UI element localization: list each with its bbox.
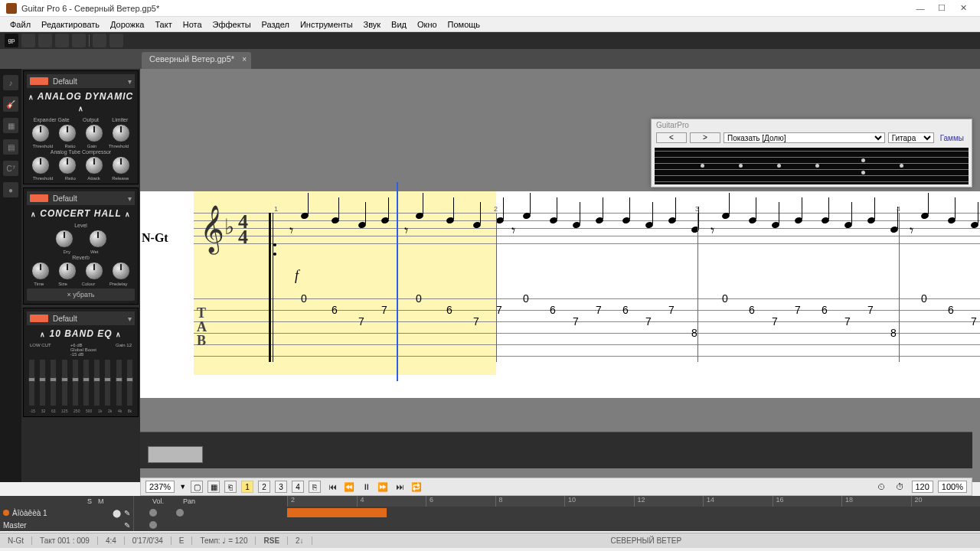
countdown-icon[interactable]: ⏱ <box>893 480 907 494</box>
attack-knob[interactable] <box>85 156 103 174</box>
skip-start-button[interactable]: ⏮ <box>325 480 339 494</box>
open-button[interactable] <box>38 34 52 47</box>
wet-knob[interactable] <box>89 230 107 248</box>
eq-fader[interactable] <box>40 360 45 406</box>
menu-Вид[interactable]: Вид <box>386 18 412 31</box>
close-tab-icon[interactable]: × <box>242 55 247 64</box>
tab-number[interactable]: 6 <box>948 304 954 316</box>
eq-fader[interactable] <box>94 360 100 406</box>
menu-Раздел[interactable]: Раздел <box>256 18 295 31</box>
fx-power-toggle[interactable] <box>30 194 48 202</box>
remove-fx-button[interactable]: × убрать <box>27 289 135 301</box>
view-mode-2[interactable]: ▦ <box>207 481 220 493</box>
tab-number[interactable]: 7 <box>867 304 874 316</box>
page-2[interactable]: 2 <box>258 481 270 493</box>
tab-number[interactable]: 6 <box>446 304 452 316</box>
eq-fader[interactable] <box>116 360 122 406</box>
page-1[interactable]: 1 <box>241 481 253 493</box>
document-tab[interactable]: Северный Ветер.gp5* × <box>142 52 251 69</box>
metronome-icon[interactable]: ⏲ <box>875 480 889 494</box>
tempo-spin[interactable]: 120 <box>912 481 933 493</box>
eq-fader[interactable] <box>83 360 89 406</box>
fret-prev-button[interactable]: < <box>656 132 687 143</box>
tab-number[interactable]: 6 <box>550 304 556 316</box>
release-knob[interactable] <box>112 156 130 174</box>
tab-number[interactable]: 0 <box>416 292 422 305</box>
eq-fader[interactable] <box>29 360 34 406</box>
tab-number[interactable]: 6 <box>822 304 828 316</box>
predelay-knob[interactable] <box>112 262 130 280</box>
tab-number[interactable]: 7 <box>668 304 675 316</box>
chevron-down-icon[interactable]: ▾ <box>128 194 132 203</box>
eq-fader[interactable] <box>62 360 67 406</box>
fretboard-neck[interactable] <box>655 148 969 184</box>
menu-Редактировать[interactable]: Редактировать <box>36 18 105 31</box>
track-overview[interactable] <box>140 432 972 468</box>
dry-knob[interactable] <box>55 230 74 248</box>
fret-show-dropdown[interactable]: Показать [Долю] <box>724 132 885 143</box>
tab-number[interactable]: 0 <box>523 292 529 305</box>
tab-number[interactable]: 7 <box>844 315 851 328</box>
menu-Помощь[interactable]: Помощь <box>443 18 486 31</box>
eq-fader[interactable] <box>51 360 56 406</box>
track-row[interactable]: Àîòàêèà 1⬤✎ <box>0 507 133 519</box>
fx-power-toggle[interactable] <box>30 77 48 85</box>
tab-number[interactable]: 8 <box>890 327 897 339</box>
undo-button[interactable] <box>93 34 106 47</box>
menu-Файл[interactable]: Файл <box>5 18 36 31</box>
master-volume-knob[interactable] <box>149 521 157 529</box>
fret-instrument-dropdown[interactable]: Гитара <box>888 132 934 143</box>
zoom-pct[interactable]: 100% <box>938 481 967 493</box>
tab-number[interactable]: 7 <box>795 304 801 316</box>
menu-Звук[interactable]: Звук <box>358 18 387 31</box>
menu-Такт[interactable]: Такт <box>149 18 177 31</box>
pan-knob[interactable] <box>176 509 184 517</box>
print-button[interactable] <box>72 34 86 47</box>
tab-number[interactable]: 8 <box>691 327 697 339</box>
limiter-threshold-knob[interactable] <box>112 124 130 142</box>
tab-number[interactable]: 7 <box>381 304 387 316</box>
page-4[interactable]: 4 <box>292 481 304 493</box>
tab-number[interactable]: 6 <box>749 304 755 316</box>
tab-number[interactable]: 7 <box>358 315 364 328</box>
fret-next-button[interactable]: > <box>690 132 720 143</box>
chord-tool-icon[interactable]: C⁷ <box>3 161 18 176</box>
tab-number[interactable]: 7 <box>772 315 778 328</box>
ratio-knob[interactable] <box>58 124 77 142</box>
chevron-down-icon[interactable]: ▾ <box>128 77 132 86</box>
rewind-button[interactable]: ⏪ <box>342 480 356 494</box>
menu-Инструменты[interactable]: Инструменты <box>295 18 358 31</box>
comp-ratio-knob[interactable] <box>58 156 77 174</box>
eq-fader[interactable] <box>73 360 78 406</box>
tab-number[interactable]: 7 <box>496 304 502 316</box>
tab-number[interactable]: 7 <box>573 315 579 328</box>
threshold-knob[interactable] <box>31 124 50 142</box>
view-mode-1[interactable]: ▢ <box>191 481 203 493</box>
eq-fader[interactable] <box>105 360 110 406</box>
mic-tool-icon[interactable]: ● <box>3 182 18 197</box>
tab-number[interactable]: 0 <box>722 292 728 305</box>
page-3[interactable]: 3 <box>275 481 287 493</box>
track-region[interactable] <box>287 508 387 517</box>
tab-number[interactable]: 0 <box>921 292 927 305</box>
tab-number[interactable]: 0 <box>301 292 307 305</box>
tab-number[interactable]: 6 <box>332 304 338 316</box>
fretboard-panel[interactable]: GuitarPro < > Показать [Долю] Гитара Гам… <box>651 119 972 187</box>
menu-Нота[interactable]: Нота <box>178 18 207 31</box>
note-tool-icon[interactable]: ♪ <box>3 75 18 90</box>
menu-Окно[interactable]: Окно <box>412 18 443 31</box>
minimize-button[interactable]: — <box>910 2 931 15</box>
colour-knob[interactable] <box>85 262 103 280</box>
menu-Эффекты[interactable]: Эффекты <box>207 18 256 31</box>
master-row[interactable]: Master✎ <box>0 519 133 531</box>
menu-Дорожка[interactable]: Дорожка <box>105 18 149 31</box>
tab-number[interactable]: 7 <box>473 315 479 328</box>
tab-number[interactable]: 6 <box>622 304 629 316</box>
comp-threshold-knob[interactable] <box>31 156 50 174</box>
tab-number[interactable]: 7 <box>596 304 602 316</box>
eq-fader[interactable] <box>127 360 132 406</box>
maximize-button[interactable]: ☐ <box>931 2 952 15</box>
page-last[interactable]: ⎘ <box>309 481 321 493</box>
guitar-tool-icon[interactable]: 🎸 <box>3 96 18 112</box>
drums-tool-icon[interactable]: ▤ <box>3 139 18 155</box>
